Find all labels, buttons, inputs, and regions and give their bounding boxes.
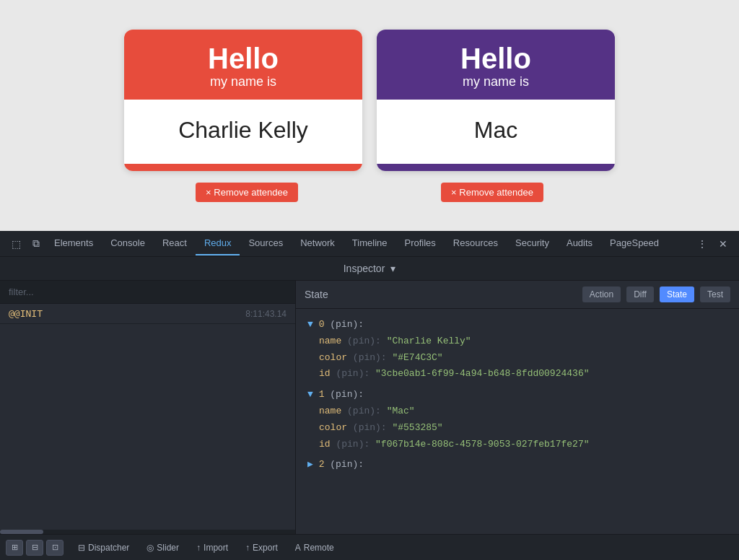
log-item-init[interactable]: @@INIT 8:11:43.14 bbox=[0, 304, 295, 324]
state-mac-name: "Mac" bbox=[387, 406, 415, 416]
expand-1-icon[interactable]: ▼ bbox=[307, 389, 313, 400]
slider-button[interactable]: ◎ Slider bbox=[138, 540, 188, 556]
grid-icon-1[interactable]: ⊞ bbox=[6, 540, 23, 556]
state-button[interactable]: State bbox=[660, 286, 694, 302]
tab-pagespeed[interactable]: PageSpeed bbox=[601, 232, 668, 255]
badge-footer-charlie bbox=[124, 164, 362, 171]
grid-icon-2[interactable]: ⊟ bbox=[26, 540, 43, 556]
tab-redux[interactable]: Redux bbox=[196, 232, 240, 255]
state-label: State bbox=[305, 289, 577, 300]
dispatcher-button[interactable]: ⊟ Dispatcher bbox=[69, 540, 138, 556]
test-button[interactable]: Test bbox=[700, 286, 730, 302]
inspector-main: @@INIT 8:11:43.14 State Action Diff Stat… bbox=[0, 281, 739, 534]
state-charlie-id: "3cbe0ab1-6f99-4a94-b648-8fdd00924436" bbox=[375, 368, 589, 379]
export-button[interactable]: ↑ Export bbox=[237, 540, 287, 556]
tab-security[interactable]: Security bbox=[507, 232, 558, 255]
badges-row: Hello my name is Charlie Kelly Hello my … bbox=[124, 30, 615, 171]
state-item-1-id: id (pin): "f067b14e-808c-4578-9053-027fe… bbox=[319, 437, 727, 452]
state-charlie-color: "#E74C3C" bbox=[392, 352, 442, 363]
tab-timeline[interactable]: Timeline bbox=[344, 232, 396, 255]
remove-attendee-charlie-button[interactable]: × Remove attendee bbox=[196, 183, 298, 202]
badge-name-charlie: Charlie Kelly bbox=[124, 100, 362, 164]
left-panel: @@INIT 8:11:43.14 bbox=[0, 281, 296, 534]
slider-icon: ◎ bbox=[147, 543, 154, 553]
remove-attendee-mac-button[interactable]: × Remove attendee bbox=[441, 183, 543, 202]
tab-sources[interactable]: Sources bbox=[240, 232, 292, 255]
log-list: @@INIT 8:11:43.14 bbox=[0, 304, 295, 530]
remote-button[interactable]: A Remote bbox=[287, 540, 343, 556]
inspector-dropdown-button[interactable]: ▾ bbox=[390, 263, 395, 274]
slider-label: Slider bbox=[157, 543, 179, 553]
state-content: ▼ 0 (pin): name (pin): "Charlie Kelly" c… bbox=[296, 309, 739, 534]
export-label: Export bbox=[253, 543, 278, 553]
dispatcher-icon: ⊟ bbox=[78, 543, 85, 553]
inspector-header: Inspector ▾ bbox=[0, 257, 739, 281]
remote-icon: A bbox=[295, 543, 301, 553]
import-icon: ↑ bbox=[196, 543, 201, 553]
log-item-name: @@INIT bbox=[9, 308, 43, 319]
devtools-panel: ⬚ ⧉ Elements Console React Redux Sources… bbox=[0, 231, 739, 560]
tab-profiles[interactable]: Profiles bbox=[396, 232, 445, 255]
state-item-1: ▼ 1 (pin): bbox=[307, 388, 727, 403]
remote-label: Remote bbox=[304, 543, 334, 553]
right-panel: State Action Diff State Test ▼ 0 (pin): bbox=[296, 281, 739, 534]
badge-subtitle-mac: my name is bbox=[391, 74, 600, 89]
badge-name-mac: Mac bbox=[377, 100, 615, 164]
inspect-icon[interactable]: ⧉ bbox=[27, 233, 45, 254]
tab-react[interactable]: React bbox=[154, 232, 196, 255]
state-item-1-name: name (pin): "Mac" bbox=[319, 404, 727, 419]
state-charlie-name: "Charlie Kelly" bbox=[387, 336, 471, 346]
export-icon: ↑ bbox=[245, 543, 250, 553]
bottom-bar: ⊞ ⊟ ⊡ ⊟ Dispatcher ◎ Slider ↑ Import ↑ E… bbox=[0, 534, 739, 560]
badge-card-charlie: Hello my name is Charlie Kelly bbox=[124, 30, 362, 171]
tab-console[interactable]: Console bbox=[102, 232, 154, 255]
action-button[interactable]: Action bbox=[582, 286, 621, 302]
index-1: 1 bbox=[319, 389, 325, 400]
tab-network[interactable]: Network bbox=[292, 232, 344, 255]
more-options-icon[interactable]: ⋮ bbox=[691, 234, 713, 254]
log-item-time: 8:11:43.14 bbox=[245, 309, 287, 319]
devtools-body: Inspector ▾ @@INIT 8:11:43.14 bbox=[0, 257, 739, 560]
state-mac-color: "#553285" bbox=[392, 422, 442, 433]
expand-0-icon[interactable]: ▼ bbox=[307, 319, 313, 330]
import-label: Import bbox=[204, 543, 228, 553]
state-item-0-color: color (pin): "#E74C3C" bbox=[319, 351, 727, 366]
import-button[interactable]: ↑ Import bbox=[188, 540, 237, 556]
state-item-0-name: name (pin): "Charlie Kelly" bbox=[319, 334, 727, 349]
diff-button[interactable]: Diff bbox=[626, 286, 654, 302]
badge-footer-mac bbox=[377, 164, 615, 171]
badge-subtitle-charlie: my name is bbox=[139, 74, 348, 89]
state-item-1-color: color (pin): "#553285" bbox=[319, 421, 727, 436]
tab-audits[interactable]: Audits bbox=[558, 232, 601, 255]
state-item-0-id: id (pin): "3cbe0ab1-6f99-4a94-b648-8fdd0… bbox=[319, 367, 727, 382]
badge-hello-charlie: Hello bbox=[139, 43, 348, 74]
bottom-icon-group: ⊞ ⊟ ⊡ bbox=[6, 540, 64, 556]
state-item-0: ▼ 0 (pin): bbox=[307, 318, 727, 333]
cursor-icon[interactable]: ⬚ bbox=[6, 234, 27, 254]
main-content: Hello my name is Charlie Kelly Hello my … bbox=[0, 0, 739, 231]
index-0: 0 bbox=[319, 319, 325, 330]
close-devtools-button[interactable]: ✕ bbox=[713, 234, 733, 254]
filter-input[interactable] bbox=[0, 281, 295, 304]
state-mac-id: "f067b14e-808c-4578-9053-027feb17fe27" bbox=[375, 439, 589, 450]
state-header: State Action Diff State Test bbox=[296, 281, 739, 309]
tab-resources[interactable]: Resources bbox=[445, 232, 507, 255]
badge-header-charlie: Hello my name is bbox=[124, 30, 362, 100]
badge-header-mac: Hello my name is bbox=[377, 30, 615, 100]
inspector-title: Inspector bbox=[344, 263, 385, 274]
state-item-2: ▶ 2 (pin): bbox=[307, 458, 727, 473]
tab-elements[interactable]: Elements bbox=[45, 232, 102, 255]
dispatcher-label: Dispatcher bbox=[88, 543, 129, 553]
devtools-tabs: ⬚ ⧉ Elements Console React Redux Sources… bbox=[0, 231, 739, 257]
grid-icon-3[interactable]: ⊡ bbox=[46, 540, 64, 556]
badge-card-mac: Hello my name is Mac bbox=[377, 30, 615, 171]
index-2: 2 bbox=[319, 459, 325, 470]
badge-hello-mac: Hello bbox=[391, 43, 600, 74]
expand-2-icon[interactable]: ▶ bbox=[307, 459, 313, 470]
